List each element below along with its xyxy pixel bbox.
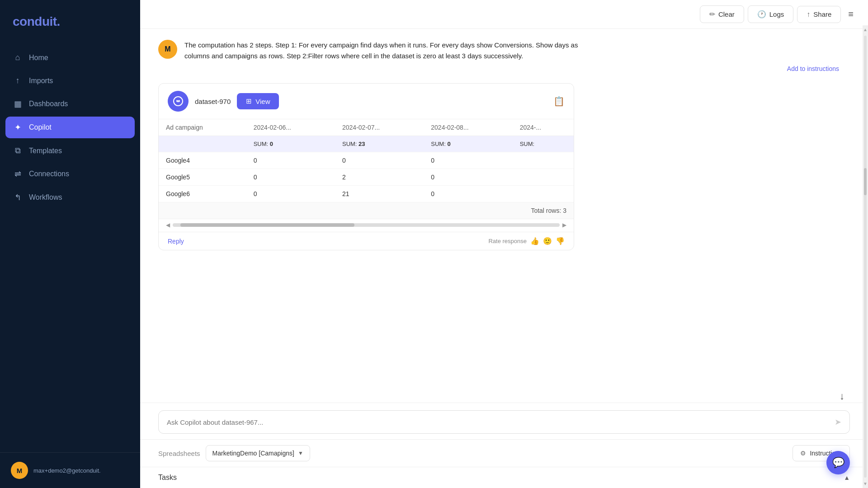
dataset-card: dataset-970 ⊞ View 📋 Ad campaign 2024-02…	[158, 83, 574, 250]
scroll-thumb	[180, 223, 354, 227]
app-logo: conduit.	[0, 0, 140, 47]
col-header-date3: 2024-02-08...	[424, 119, 512, 136]
message-text: The computation has 2 steps. Step 1: For…	[184, 40, 582, 61]
imports-icon: ↑	[13, 76, 23, 85]
hamburger-menu[interactable]: ≡	[844, 5, 857, 23]
row-val: 0	[246, 169, 335, 186]
row-val: 0	[424, 169, 512, 186]
view-dataset-button[interactable]: ⊞ View	[237, 93, 279, 109]
connections-icon: ⇌	[13, 169, 23, 179]
sidebar-item-workflows[interactable]: ↰ Workflows	[5, 187, 135, 208]
data-table: Ad campaign 2024-02-06... 2024-02-07... …	[159, 119, 574, 219]
thumbs-down-icon[interactable]: 👎	[556, 237, 565, 245]
gear-icon: ⚙	[800, 450, 806, 457]
smile-icon[interactable]: 🙂	[543, 237, 552, 245]
input-area: ➤	[140, 403, 868, 439]
col-header-campaign: Ad campaign	[159, 119, 246, 136]
scroll-up-arrow[interactable]: ▲	[861, 25, 868, 34]
chat-area: M The computation has 2 steps. Step 1: F…	[140, 29, 868, 403]
bottom-bar: Spreadsheets MarketingDemo [Camapigns] ▼…	[140, 439, 868, 467]
col-header-date2: 2024-02-07...	[335, 119, 424, 136]
user-message: M The computation has 2 steps. Step 1: F…	[158, 40, 841, 72]
sidebar-item-copilot[interactable]: ✦ Copilot	[5, 117, 135, 138]
row-val: 0	[246, 152, 335, 169]
row-campaign: Google5	[159, 169, 246, 186]
sidebar-item-templates[interactable]: ⧉ Templates	[5, 140, 135, 161]
input-wrapper: ➤	[158, 410, 850, 434]
copilot-avatar	[168, 91, 189, 112]
toolbar: ✏ Clear 🕐 Logs ↑ Share ≡	[140, 0, 868, 29]
row-val: 0	[246, 186, 335, 202]
templates-icon: ⧉	[13, 146, 23, 155]
user-message-avatar: M	[158, 40, 177, 59]
thumbs-up-icon[interactable]: 👍	[530, 237, 539, 245]
sidebar-item-connections[interactable]: ⇌ Connections	[5, 163, 135, 185]
table-row: Google5 0 2 0	[159, 169, 574, 186]
table-row: Google4 0 0 0	[159, 152, 574, 169]
dataset-name-label: dataset-970	[195, 98, 231, 105]
add-to-instructions-link[interactable]: Add to instructions	[184, 65, 841, 72]
clear-icon: ✏	[709, 10, 715, 19]
main-content: ✏ Clear 🕐 Logs ↑ Share ≡ M The computati…	[140, 0, 868, 488]
share-button[interactable]: ↑ Share	[797, 6, 841, 23]
scroll-right-arrow[interactable]: ▶	[562, 222, 566, 228]
horizontal-scrollbar[interactable]: ◀ ▶	[159, 219, 574, 232]
share-icon: ↑	[807, 10, 810, 19]
copilot-icon: ✦	[13, 122, 23, 132]
row-val: 21	[335, 186, 424, 202]
scroll-track-vertical[interactable]	[864, 36, 867, 478]
tasks-label: Tasks	[158, 474, 177, 482]
table-row: Google6 0 21 0	[159, 186, 574, 202]
vertical-scrollbar[interactable]: ▲ ▼	[863, 25, 868, 488]
view-icon: ⊞	[246, 97, 252, 105]
chat-input[interactable]	[167, 418, 829, 426]
row-val: 0	[424, 186, 512, 202]
sidebar-item-imports[interactable]: ↑ Imports	[5, 70, 135, 91]
svg-point-2	[179, 100, 180, 102]
avatar: M	[11, 462, 28, 479]
svg-point-1	[176, 100, 178, 102]
row-val: 0	[335, 152, 424, 169]
dashboards-icon: ▦	[13, 99, 23, 109]
logs-icon: 🕐	[757, 10, 766, 19]
sidebar-item-dashboards[interactable]: ▦ Dashboards	[5, 93, 135, 115]
table-container: Ad campaign 2024-02-06... 2024-02-07... …	[159, 119, 574, 219]
col-header-date4: 2024-...	[513, 119, 574, 136]
scroll-handle	[864, 168, 867, 195]
row-campaign: Google6	[159, 186, 246, 202]
sidebar-item-home[interactable]: ⌂ Home	[5, 47, 135, 68]
row-val: 0	[424, 152, 512, 169]
logs-button[interactable]: 🕐 Logs	[748, 5, 794, 23]
rate-response-label: Rate response	[488, 238, 527, 244]
scroll-down-button[interactable]: ↓	[840, 390, 844, 402]
table-header-row: Ad campaign 2024-02-06... 2024-02-07... …	[159, 119, 574, 136]
support-chat-button[interactable]: 💬	[826, 451, 850, 474]
col-header-date1: 2024-02-06...	[246, 119, 335, 136]
dataset-header: dataset-970 ⊞ View 📋	[159, 84, 574, 119]
workflows-icon: ↰	[13, 192, 23, 202]
row-campaign: Google4	[159, 152, 246, 169]
send-icon[interactable]: ➤	[835, 417, 841, 427]
user-profile: M max+demo2@getconduit.	[0, 452, 140, 488]
spreadsheets-label: Spreadsheets	[158, 450, 200, 457]
user-email: max+demo2@getconduit.	[33, 467, 101, 474]
sidebar: conduit. ⌂ Home ↑ Imports ▦ Dashboards ✦…	[0, 0, 140, 488]
dataset-selector[interactable]: MarketingDemo [Camapigns] ▼	[206, 445, 310, 461]
sidebar-nav: ⌂ Home ↑ Imports ▦ Dashboards ✦ Copilot …	[0, 47, 140, 452]
scroll-track[interactable]	[173, 223, 560, 227]
card-footer: Reply Rate response 👍 🙂 👎	[159, 232, 574, 250]
total-row: Total rows: 3	[159, 202, 574, 219]
dataset-selector-value: MarketingDemo [Camapigns]	[212, 450, 294, 457]
tasks-panel: Tasks ▲	[140, 467, 868, 488]
message-content: The computation has 2 steps. Step 1: For…	[184, 40, 841, 72]
tasks-expand-icon[interactable]: ▲	[844, 474, 850, 481]
reply-button[interactable]: Reply	[168, 238, 184, 245]
scroll-down-arrow[interactable]: ▼	[861, 479, 868, 488]
row-val: 2	[335, 169, 424, 186]
clipboard-icon[interactable]: 📋	[553, 96, 565, 107]
sum-row: SUM: 0 SUM: 23 SUM: 0 SUM:	[159, 136, 574, 152]
home-icon: ⌂	[13, 53, 23, 62]
clear-button[interactable]: ✏ Clear	[700, 5, 744, 23]
scroll-left-arrow[interactable]: ◀	[166, 222, 170, 228]
chevron-down-icon: ▼	[298, 450, 303, 456]
